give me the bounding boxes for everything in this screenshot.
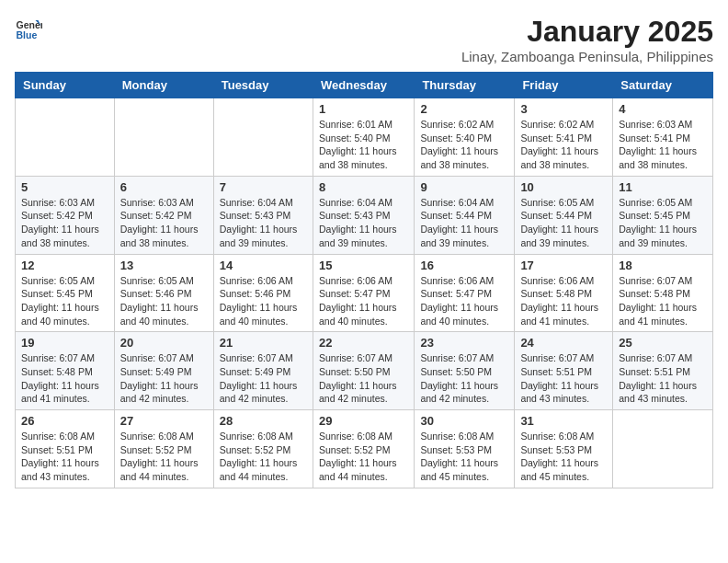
- day-info: Sunrise: 6:08 AMSunset: 5:51 PMDaylight:…: [21, 430, 108, 484]
- day-info: Sunrise: 6:06 AMSunset: 5:47 PMDaylight:…: [420, 274, 508, 328]
- day-info: Sunrise: 6:07 AMSunset: 5:49 PMDaylight:…: [220, 351, 307, 406]
- day-info: Sunrise: 6:04 AMSunset: 5:43 PMDaylight:…: [319, 196, 408, 250]
- calendar-cell: [213, 98, 313, 177]
- calendar-cell: 20Sunrise: 6:07 AMSunset: 5:49 PMDayligh…: [114, 332, 213, 410]
- day-number: 22: [319, 336, 408, 350]
- calendar-cell: 16Sunrise: 6:06 AMSunset: 5:47 PMDayligh…: [415, 254, 515, 332]
- day-info: Sunrise: 6:07 AMSunset: 5:49 PMDaylight:…: [120, 351, 208, 406]
- weekday-header-monday: Monday: [114, 73, 213, 98]
- week-row-5: 26Sunrise: 6:08 AMSunset: 5:51 PMDayligh…: [16, 410, 713, 488]
- day-number: 3: [520, 102, 607, 116]
- day-number: 7: [220, 180, 307, 194]
- weekday-header-saturday: Saturday: [613, 73, 713, 98]
- calendar-cell: 3Sunrise: 6:02 AMSunset: 5:41 PMDaylight…: [515, 98, 613, 177]
- day-number: 15: [319, 259, 408, 272]
- calendar-cell: 8Sunrise: 6:04 AMSunset: 5:43 PMDaylight…: [313, 176, 414, 254]
- day-info: Sunrise: 6:07 AMSunset: 5:51 PMDaylight:…: [520, 351, 607, 406]
- day-info: Sunrise: 6:07 AMSunset: 5:50 PMDaylight:…: [319, 351, 408, 406]
- calendar-cell: 6Sunrise: 6:03 AMSunset: 5:42 PMDaylight…: [114, 176, 213, 254]
- day-number: 23: [420, 336, 508, 350]
- day-info: Sunrise: 6:05 AMSunset: 5:45 PMDaylight:…: [619, 196, 707, 250]
- weekday-header-wednesday: Wednesday: [313, 73, 414, 98]
- day-number: 28: [220, 414, 307, 428]
- day-info: Sunrise: 6:07 AMSunset: 5:51 PMDaylight:…: [619, 351, 707, 406]
- weekday-header-tuesday: Tuesday: [213, 73, 313, 98]
- calendar-cell: 4Sunrise: 6:03 AMSunset: 5:41 PMDaylight…: [613, 98, 713, 177]
- location-title: Linay, Zamboanga Peninsula, Philippines: [461, 49, 713, 64]
- day-info: Sunrise: 6:08 AMSunset: 5:52 PMDaylight:…: [319, 430, 408, 484]
- day-number: 19: [21, 336, 108, 350]
- day-info: Sunrise: 6:04 AMSunset: 5:44 PMDaylight:…: [420, 196, 508, 250]
- calendar-cell: 27Sunrise: 6:08 AMSunset: 5:52 PMDayligh…: [114, 410, 213, 488]
- calendar-cell: 30Sunrise: 6:08 AMSunset: 5:53 PMDayligh…: [415, 410, 515, 488]
- calendar-cell: [114, 98, 213, 177]
- day-number: 26: [21, 414, 108, 428]
- weekday-header-sunday: Sunday: [16, 73, 115, 98]
- weekday-header-thursday: Thursday: [415, 73, 515, 98]
- calendar-cell: [16, 98, 115, 177]
- calendar-cell: 22Sunrise: 6:07 AMSunset: 5:50 PMDayligh…: [313, 332, 414, 410]
- calendar-cell: 19Sunrise: 6:07 AMSunset: 5:48 PMDayligh…: [16, 332, 115, 410]
- day-info: Sunrise: 6:03 AMSunset: 5:41 PMDaylight:…: [619, 118, 707, 172]
- day-info: Sunrise: 6:02 AMSunset: 5:41 PMDaylight:…: [520, 118, 607, 172]
- calendar-cell: 9Sunrise: 6:04 AMSunset: 5:44 PMDaylight…: [415, 176, 515, 254]
- day-info: Sunrise: 6:06 AMSunset: 5:48 PMDaylight:…: [520, 274, 607, 328]
- day-number: 5: [21, 180, 108, 194]
- day-info: Sunrise: 6:05 AMSunset: 5:45 PMDaylight:…: [21, 274, 108, 328]
- month-title: January 2025: [461, 15, 713, 49]
- day-number: 25: [619, 336, 707, 350]
- weekday-header-row: SundayMondayTuesdayWednesdayThursdayFrid…: [16, 73, 713, 98]
- calendar-cell: 13Sunrise: 6:05 AMSunset: 5:46 PMDayligh…: [114, 254, 213, 332]
- day-info: Sunrise: 6:08 AMSunset: 5:52 PMDaylight:…: [220, 430, 307, 484]
- title-block: January 2025 Linay, Zamboanga Peninsula,…: [461, 15, 713, 64]
- day-info: Sunrise: 6:08 AMSunset: 5:53 PMDaylight:…: [520, 430, 607, 484]
- day-info: Sunrise: 6:03 AMSunset: 5:42 PMDaylight:…: [120, 196, 208, 250]
- calendar-cell: [613, 410, 713, 488]
- logo-icon: General Blue: [15, 15, 42, 42]
- day-number: 14: [220, 259, 307, 272]
- svg-text:Blue: Blue: [17, 29, 38, 40]
- calendar-cell: 31Sunrise: 6:08 AMSunset: 5:53 PMDayligh…: [515, 410, 613, 488]
- calendar-cell: 1Sunrise: 6:01 AMSunset: 5:40 PMDaylight…: [313, 98, 414, 177]
- day-number: 4: [619, 102, 707, 116]
- day-number: 18: [619, 259, 707, 272]
- day-number: 11: [619, 180, 707, 194]
- calendar-cell: 28Sunrise: 6:08 AMSunset: 5:52 PMDayligh…: [213, 410, 313, 488]
- day-info: Sunrise: 6:06 AMSunset: 5:47 PMDaylight:…: [319, 274, 408, 328]
- day-number: 8: [319, 180, 408, 194]
- day-number: 30: [420, 414, 508, 428]
- day-info: Sunrise: 6:05 AMSunset: 5:44 PMDaylight:…: [520, 196, 607, 250]
- calendar-cell: 12Sunrise: 6:05 AMSunset: 5:45 PMDayligh…: [16, 254, 115, 332]
- calendar-cell: 25Sunrise: 6:07 AMSunset: 5:51 PMDayligh…: [613, 332, 713, 410]
- day-info: Sunrise: 6:01 AMSunset: 5:40 PMDaylight:…: [319, 118, 408, 172]
- day-number: 12: [21, 259, 108, 272]
- calendar-cell: 7Sunrise: 6:04 AMSunset: 5:43 PMDaylight…: [213, 176, 313, 254]
- calendar-cell: 24Sunrise: 6:07 AMSunset: 5:51 PMDayligh…: [515, 332, 613, 410]
- day-info: Sunrise: 6:07 AMSunset: 5:48 PMDaylight:…: [21, 351, 108, 406]
- week-row-4: 19Sunrise: 6:07 AMSunset: 5:48 PMDayligh…: [16, 332, 713, 410]
- day-info: Sunrise: 6:07 AMSunset: 5:50 PMDaylight:…: [420, 351, 508, 406]
- week-row-2: 5Sunrise: 6:03 AMSunset: 5:42 PMDaylight…: [16, 176, 713, 254]
- calendar-table: SundayMondayTuesdayWednesdayThursdayFrid…: [15, 72, 713, 488]
- calendar-cell: 18Sunrise: 6:07 AMSunset: 5:48 PMDayligh…: [613, 254, 713, 332]
- day-number: 29: [319, 414, 408, 428]
- calendar-cell: 15Sunrise: 6:06 AMSunset: 5:47 PMDayligh…: [313, 254, 414, 332]
- calendar-cell: 21Sunrise: 6:07 AMSunset: 5:49 PMDayligh…: [213, 332, 313, 410]
- day-number: 24: [520, 336, 607, 350]
- calendar-cell: 23Sunrise: 6:07 AMSunset: 5:50 PMDayligh…: [415, 332, 515, 410]
- day-info: Sunrise: 6:05 AMSunset: 5:46 PMDaylight:…: [120, 274, 208, 328]
- calendar-cell: 11Sunrise: 6:05 AMSunset: 5:45 PMDayligh…: [613, 176, 713, 254]
- day-number: 20: [120, 336, 208, 350]
- week-row-1: 1Sunrise: 6:01 AMSunset: 5:40 PMDaylight…: [16, 98, 713, 177]
- day-number: 17: [520, 259, 607, 272]
- calendar-cell: 29Sunrise: 6:08 AMSunset: 5:52 PMDayligh…: [313, 410, 414, 488]
- week-row-3: 12Sunrise: 6:05 AMSunset: 5:45 PMDayligh…: [16, 254, 713, 332]
- calendar-cell: 2Sunrise: 6:02 AMSunset: 5:40 PMDaylight…: [415, 98, 515, 177]
- day-info: Sunrise: 6:03 AMSunset: 5:42 PMDaylight:…: [21, 196, 108, 250]
- day-number: 2: [420, 102, 508, 116]
- day-info: Sunrise: 6:08 AMSunset: 5:52 PMDaylight:…: [120, 430, 208, 484]
- weekday-header-friday: Friday: [515, 73, 613, 98]
- day-info: Sunrise: 6:07 AMSunset: 5:48 PMDaylight:…: [619, 274, 707, 328]
- day-number: 16: [420, 259, 508, 272]
- day-number: 1: [319, 102, 408, 116]
